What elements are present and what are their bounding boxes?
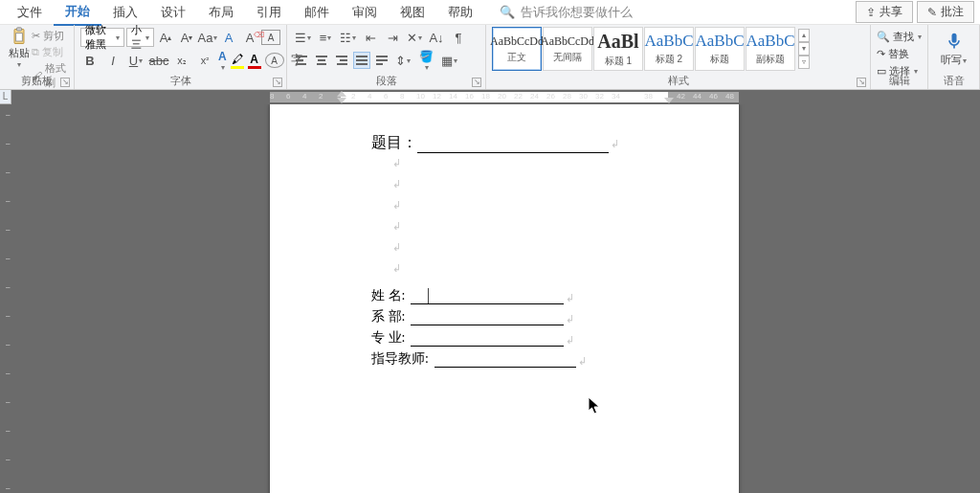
menu-review[interactable]: 审阅 [341,0,389,25]
shading-button[interactable]: 🪣▾ [415,51,436,70]
menu-design[interactable]: 设计 [149,0,197,25]
show-marks-button[interactable]: ¶ [449,28,468,47]
hanging-indent[interactable] [337,98,346,103]
form-row-dept[interactable]: 系 部:↲ [371,308,658,325]
gallery-expand-icon[interactable]: ▿ [798,56,810,69]
form-row-name[interactable]: 姓 名:↲ [371,287,658,304]
style-nospacing[interactable]: AaBbCcDd无间隔 [543,27,592,71]
empty-paragraph[interactable]: ↲ [371,178,658,199]
grow-font-button[interactable]: A▴ [156,28,175,47]
svg-rect-2 [15,34,22,41]
menu-help[interactable]: 帮助 [436,0,484,25]
find-button[interactable]: 🔍查找▾ [877,29,922,44]
clear-format-button[interactable]: A⌫ [240,28,259,47]
menu-mail[interactable]: 邮件 [293,0,341,25]
increase-indent-button[interactable]: ⇥ [383,28,402,47]
styles-launcher[interactable]: ↘ [857,78,866,87]
empty-paragraph[interactable]: ↲ [371,241,658,262]
font-color-button[interactable]: A [248,51,261,70]
text-cursor [428,288,429,303]
menubar: 文件 开始 插入 设计 布局 引用 邮件 审阅 视图 帮助 🔍 告诉我你想要做什… [0,0,980,25]
font-launcher[interactable]: ↘ [273,78,282,87]
highlight-button[interactable]: 🖍 [231,51,244,70]
menu-layout[interactable]: 布局 [197,0,245,25]
form-row-major[interactable]: 专 业:↲ [371,329,658,347]
page[interactable]: 题目：↲ ↲ ↲ ↲ ↲ ↲ ↲ 姓 名:↲ 系 部:↲ 专 业:↲ 指导教师:… [270,104,739,493]
doc-title-line[interactable]: 题目：↲ [371,133,658,153]
chevron-up-icon[interactable]: ▴ [798,29,810,42]
phonetic-guide-button[interactable]: A [219,28,238,47]
menu-insert[interactable]: 插入 [101,0,149,25]
bullets-button[interactable]: ☰▾ [293,28,313,47]
line-spacing-button[interactable]: ⇕▾ [393,51,412,70]
underline-button[interactable]: U▾ [126,51,145,70]
style-heading2[interactable]: AaBbC标题 2 [644,27,694,71]
bold-button[interactable]: B [80,51,100,70]
comments-button[interactable]: ✎批注 [917,1,974,23]
paste-button[interactable]: 粘贴▾ [6,27,32,69]
svg-rect-3 [951,33,956,42]
copy-button[interactable]: ⧉复制 [32,45,68,59]
align-distribute-button[interactable] [373,52,390,69]
sort-button[interactable]: A↓ [427,28,446,47]
tell-me-search[interactable]: 🔍 告诉我你想要做什么 [500,4,633,21]
menu-references[interactable]: 引用 [245,0,293,25]
align-left-button[interactable] [293,52,310,69]
group-font: 微软雅黑▾ 小三▾ A▴ A▾ Aa▾ A A⌫ A B I U▾ abc x₂… [75,25,287,89]
empty-paragraph[interactable]: ↲ [371,199,658,220]
text-direction-button[interactable]: ✕▾ [405,28,424,47]
group-editing: 🔍查找▾ ↷替换 ▭选择▾ 编辑 [871,25,928,89]
chevron-down-icon[interactable]: ▾ [798,42,810,56]
title-underline[interactable] [417,140,609,153]
vertical-ruler[interactable]: –––––––––––––– [0,104,11,493]
menu-view[interactable]: 视图 [389,0,436,25]
ruler-corner[interactable]: L [0,90,11,104]
borders-button[interactable]: ▦▾ [439,51,459,70]
subscript-button[interactable]: x₂ [172,51,191,70]
empty-paragraph[interactable]: ↲ [371,220,658,241]
group-label-styles: 样式 [486,74,870,88]
decrease-indent-button[interactable]: ⇤ [361,28,380,47]
share-button[interactable]: ⇪共享 [856,1,913,23]
scissors-icon: ✂ [32,30,40,42]
form-row-advisor[interactable]: 指导教师:↲ [371,350,658,368]
cut-button[interactable]: ✂剪切 [32,29,68,43]
replace-button[interactable]: ↷替换 [877,46,922,61]
style-gallery-scroll[interactable]: ▴▾▿ [798,29,810,69]
menu-home[interactable]: 开始 [54,0,101,26]
empty-paragraph[interactable]: ↲ [371,262,658,283]
multilevel-button[interactable]: ☷▾ [338,28,358,47]
char-shading-button[interactable]: A [265,53,284,68]
font-family-select[interactable]: 微软雅黑▾ [80,28,124,47]
paragraph-launcher[interactable]: ↘ [472,78,481,87]
change-case-button[interactable]: Aa▾ [198,28,217,47]
bucket-icon: 🪣 [419,50,434,63]
style-heading1[interactable]: AaBl标题 1 [593,27,643,71]
style-title[interactable]: AaBbC标题 [695,27,745,71]
group-clipboard: 粘贴▾ ✂剪切 ⧉复制 🖌格式刷 剪贴板 ↘ [0,25,75,89]
replace-icon: ↷ [877,48,885,60]
clipboard-launcher[interactable]: ↘ [60,78,70,87]
superscript-button[interactable]: x² [195,51,214,70]
dictate-button[interactable]: 听写▾ [934,27,973,71]
name-underline[interactable] [411,291,564,304]
empty-paragraph[interactable]: ↲ [371,157,658,178]
align-justify-button[interactable] [353,52,370,69]
style-subtitle[interactable]: AaBbC副标题 [746,27,795,71]
align-center-button[interactable] [313,52,330,69]
right-indent[interactable] [664,98,674,103]
text-effects-button[interactable]: A▾ [218,51,227,70]
font-size-select[interactable]: 小三▾ [126,28,154,47]
italic-button[interactable]: I [103,51,122,70]
document-canvas[interactable]: 题目：↲ ↲ ↲ ↲ ↲ ↲ ↲ 姓 名:↲ 系 部:↲ 专 业:↲ 指导教师:… [11,104,980,493]
shrink-font-button[interactable]: A▾ [177,28,196,47]
style-normal[interactable]: AaBbCcDd正文 [492,27,542,71]
copy-icon: ⧉ [32,46,39,58]
horizontal-ruler[interactable]: 8642246810121416182022242628303234384244… [11,90,980,104]
first-line-indent[interactable] [337,91,346,97]
strike-button[interactable]: abc [149,51,168,70]
numbering-button[interactable]: ≡▾ [316,28,335,47]
comment-icon: ✎ [927,6,937,19]
align-right-button[interactable] [333,52,350,69]
menu-file[interactable]: 文件 [6,0,54,25]
